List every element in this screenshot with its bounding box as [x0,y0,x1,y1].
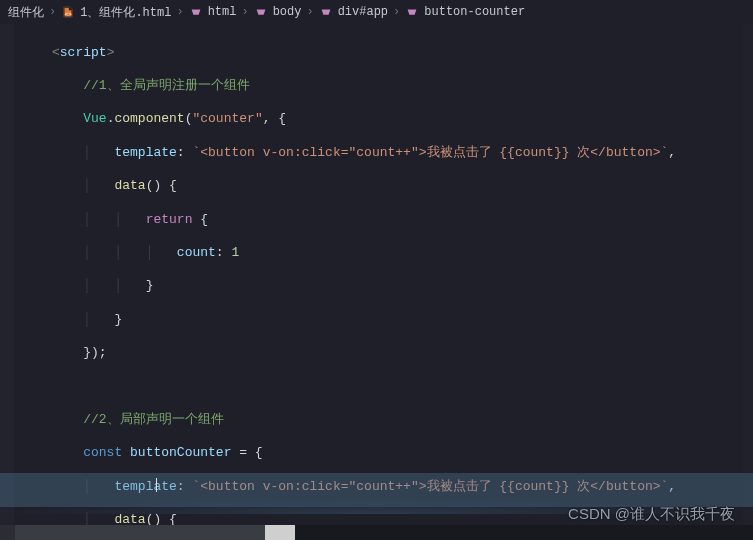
symbol-field-icon [405,5,419,19]
code-token: `<button v-on:click="count++">我被点击了 {{co… [192,145,668,160]
symbol-field-icon [319,5,333,19]
code-token [122,445,130,460]
symbol-field-icon [254,5,268,19]
code-token: "counter" [192,111,262,126]
code-token: template [114,145,176,160]
status-search-input[interactable] [15,525,265,540]
code-token: : [216,245,232,260]
breadcrumb: 组件化 › <> 1、组件化.html › html › body › div#… [0,0,753,24]
chevron-right-icon: › [241,5,248,19]
code-comment: //1、全局声明注册一个组件 [83,78,249,93]
code-token: : [177,145,193,160]
status-button[interactable] [265,525,295,540]
code-token: data [114,178,145,193]
status-spacer [0,525,15,540]
code-token: buttonCounter [130,445,231,460]
file-code-icon: <> [61,5,75,19]
code-comment: //2、局部声明一个组件 [83,412,223,427]
code-token: return [146,212,193,227]
code-token: }); [83,345,106,360]
gutter-margin [0,24,14,525]
code-token: } [146,278,154,293]
crumb-html[interactable]: html [208,5,237,19]
chevron-right-icon: › [393,5,400,19]
code-token: const [83,445,122,460]
code-token: component [114,111,184,126]
code-token: { [161,178,177,193]
svg-text:<>: <> [65,11,73,18]
code-token: Vue [83,111,106,126]
watermark: CSDN @谁人不识我千夜 [568,505,735,524]
chevron-right-icon: › [306,5,313,19]
code-token: script [60,45,107,60]
crumb-app[interactable]: div#app [338,5,388,19]
code-token: 1 [231,245,239,260]
code-token: = { [231,445,262,460]
crumb-body[interactable]: body [273,5,302,19]
chevron-right-icon: › [49,5,56,19]
code-editor[interactable]: <script> //1、全局声明注册一个组件 Vue.component("c… [0,24,753,540]
minimap[interactable] [743,24,753,525]
code-token: { [192,212,208,227]
code-token: > [107,45,115,60]
code-token: } [114,312,122,327]
chevron-right-icon: › [176,5,183,19]
selection-highlight [0,473,753,490]
code-token: count [177,245,216,260]
crumb-folder[interactable]: 组件化 [8,4,44,21]
symbol-field-icon [189,5,203,19]
status-bar [0,525,753,540]
code-token: , [668,145,676,160]
code-token: () [146,178,162,193]
code-token: , { [263,111,286,126]
crumb-btn[interactable]: button-counter [424,5,525,19]
text-cursor [156,478,157,492]
code-token: < [52,45,60,60]
crumb-file[interactable]: 1、组件化.html [80,4,171,21]
